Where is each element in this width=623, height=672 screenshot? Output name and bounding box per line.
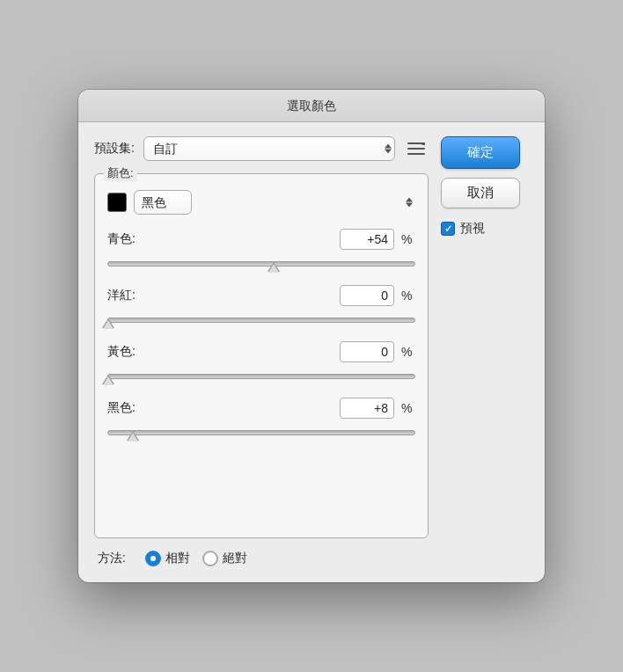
magenta-slider-section: 洋紅: % bbox=[107, 285, 415, 329]
color-name-select-wrapper: 黑色 bbox=[134, 190, 415, 215]
yellow-slider-thumb[interactable] bbox=[102, 375, 114, 384]
radio-relative-label: 相對 bbox=[165, 551, 190, 566]
presets-label: 預設集: bbox=[94, 141, 136, 157]
color-swatch[interactable] bbox=[107, 193, 127, 212]
svg-rect-2 bbox=[407, 153, 425, 155]
cyan-unit: % bbox=[401, 232, 415, 246]
preview-label: 預視 bbox=[460, 221, 485, 237]
cyan-slider-track[interactable] bbox=[107, 255, 415, 273]
radio-relative-circle[interactable] bbox=[145, 551, 161, 566]
presets-row: 預設集: 自訂 bbox=[94, 136, 429, 161]
svg-rect-0 bbox=[407, 142, 425, 144]
magenta-input[interactable] bbox=[340, 285, 394, 306]
black-unit: % bbox=[401, 401, 415, 415]
radio-absolute-circle[interactable] bbox=[202, 551, 218, 566]
cancel-button[interactable]: 取消 bbox=[441, 178, 520, 208]
magenta-slider-track[interactable] bbox=[107, 311, 415, 329]
ok-button[interactable]: 確定 bbox=[441, 136, 520, 169]
yellow-slider-rail bbox=[107, 374, 415, 379]
black-input[interactable] bbox=[340, 398, 394, 419]
dialog-title: 選取顏色 bbox=[287, 99, 336, 113]
yellow-input[interactable] bbox=[340, 341, 394, 362]
left-panel: 預設集: 自訂 bbox=[94, 136, 429, 566]
yellow-label: 黃色: bbox=[107, 344, 151, 360]
color-name-select[interactable]: 黑色 bbox=[134, 190, 192, 215]
color-group-label: 顏色: bbox=[107, 165, 134, 181]
black-slider-track[interactable] bbox=[107, 424, 415, 442]
cyan-slider-section: 青色: % bbox=[107, 229, 415, 273]
preview-checkbox[interactable] bbox=[441, 222, 455, 236]
yellow-slider-track[interactable] bbox=[107, 368, 415, 385]
menu-icon-button[interactable] bbox=[404, 138, 429, 159]
black-slider-rail bbox=[107, 430, 415, 435]
svg-rect-1 bbox=[407, 148, 425, 150]
presets-select[interactable]: 自訂 bbox=[143, 136, 395, 161]
preview-row: 預視 bbox=[441, 221, 485, 237]
magenta-slider-thumb[interactable] bbox=[102, 318, 114, 328]
yellow-slider-section: 黃色: % bbox=[107, 341, 415, 385]
color-group-legend: 顏色: bbox=[104, 165, 137, 181]
radio-absolute[interactable]: 絕對 bbox=[202, 551, 247, 566]
method-row: 方法: 相對 絕對 bbox=[94, 551, 429, 566]
color-arrow-up-icon bbox=[406, 198, 413, 202]
cyan-slider-header: 青色: % bbox=[107, 229, 415, 250]
color-arrow-down-icon bbox=[406, 203, 413, 208]
radio-relative[interactable]: 相對 bbox=[145, 551, 190, 566]
right-panel: 確定 取消 預視 bbox=[441, 136, 529, 566]
yellow-unit: % bbox=[401, 345, 415, 359]
cyan-slider-rail bbox=[107, 261, 415, 267]
magenta-slider-header: 洋紅: % bbox=[107, 285, 415, 306]
magenta-label: 洋紅: bbox=[107, 288, 151, 303]
color-group: 顏色: 黑色 bbox=[94, 173, 429, 538]
cyan-slider-thumb[interactable] bbox=[268, 262, 280, 272]
magenta-slider-rail bbox=[107, 318, 415, 323]
color-selector-row: 黑色 bbox=[107, 190, 415, 215]
yellow-slider-header: 黃色: % bbox=[107, 341, 415, 362]
menu-lines-icon bbox=[407, 142, 425, 156]
presets-select-wrapper: 自訂 bbox=[143, 136, 395, 161]
cyan-input[interactable] bbox=[340, 229, 394, 250]
dialog-body: 預設集: 自訂 bbox=[78, 122, 545, 582]
radio-absolute-label: 絕對 bbox=[223, 551, 247, 566]
color-picker-dialog: 選取顏色 預設集: 自訂 bbox=[78, 90, 545, 582]
black-label: 黑色: bbox=[107, 400, 151, 416]
method-label: 方法: bbox=[98, 551, 133, 566]
black-slider-section: 黑色: % bbox=[107, 398, 415, 442]
black-slider-thumb[interactable] bbox=[127, 431, 139, 441]
cyan-label: 青色: bbox=[107, 231, 151, 247]
title-bar: 選取顏色 bbox=[78, 90, 545, 122]
magenta-unit: % bbox=[401, 289, 415, 303]
color-select-arrows bbox=[406, 198, 413, 208]
black-slider-header: 黑色: % bbox=[107, 398, 415, 419]
